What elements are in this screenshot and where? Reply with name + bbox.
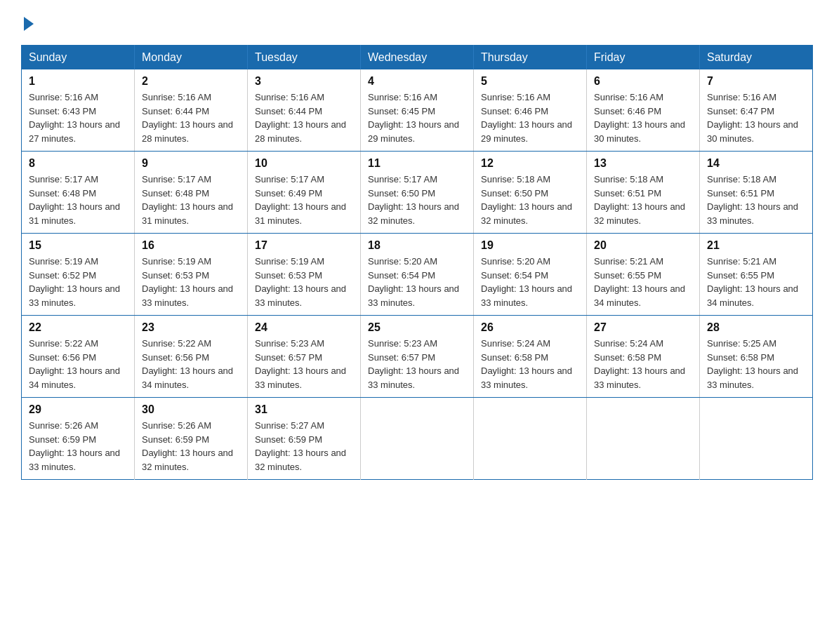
day-info: Sunrise: 5:16 AMSunset: 6:46 PMDaylight:… <box>594 92 685 144</box>
day-number: 18 <box>368 239 466 252</box>
day-info: Sunrise: 5:21 AMSunset: 6:55 PMDaylight:… <box>594 256 685 308</box>
day-info: Sunrise: 5:17 AMSunset: 6:50 PMDaylight:… <box>368 174 459 226</box>
weekday-header-friday: Friday <box>587 46 700 70</box>
day-info: Sunrise: 5:18 AMSunset: 6:51 PMDaylight:… <box>594 174 685 226</box>
day-number: 25 <box>368 321 466 334</box>
calendar-cell: 27 Sunrise: 5:24 AMSunset: 6:58 PMDaylig… <box>587 316 700 398</box>
calendar-cell: 23 Sunrise: 5:22 AMSunset: 6:56 PMDaylig… <box>135 316 248 398</box>
day-info: Sunrise: 5:26 AMSunset: 6:59 PMDaylight:… <box>142 420 233 472</box>
weekday-header-wednesday: Wednesday <box>361 46 474 70</box>
day-info: Sunrise: 5:16 AMSunset: 6:46 PMDaylight:… <box>481 92 572 144</box>
page-header <box>21 14 813 31</box>
weekday-header-tuesday: Tuesday <box>248 46 361 70</box>
calendar-cell: 3 Sunrise: 5:16 AMSunset: 6:44 PMDayligh… <box>248 69 361 152</box>
day-number: 1 <box>29 75 127 88</box>
day-number: 29 <box>29 403 127 416</box>
day-info: Sunrise: 5:22 AMSunset: 6:56 PMDaylight:… <box>29 338 120 390</box>
calendar-cell: 18 Sunrise: 5:20 AMSunset: 6:54 PMDaylig… <box>361 234 474 316</box>
day-info: Sunrise: 5:23 AMSunset: 6:57 PMDaylight:… <box>255 338 346 390</box>
calendar-cell: 15 Sunrise: 5:19 AMSunset: 6:52 PMDaylig… <box>22 234 135 316</box>
day-number: 23 <box>142 321 240 334</box>
day-number: 9 <box>142 157 240 170</box>
day-number: 6 <box>594 75 692 88</box>
calendar-cell: 4 Sunrise: 5:16 AMSunset: 6:45 PMDayligh… <box>361 69 474 152</box>
day-number: 14 <box>707 157 805 170</box>
day-number: 5 <box>481 75 579 88</box>
calendar-cell: 16 Sunrise: 5:19 AMSunset: 6:53 PMDaylig… <box>135 234 248 316</box>
calendar-week-row: 1 Sunrise: 5:16 AMSunset: 6:43 PMDayligh… <box>22 69 813 152</box>
day-info: Sunrise: 5:17 AMSunset: 6:48 PMDaylight:… <box>142 174 233 226</box>
day-info: Sunrise: 5:26 AMSunset: 6:59 PMDaylight:… <box>29 420 120 472</box>
logo-arrow-icon <box>24 17 34 31</box>
calendar-cell: 12 Sunrise: 5:18 AMSunset: 6:50 PMDaylig… <box>474 152 587 234</box>
calendar-cell: 20 Sunrise: 5:21 AMSunset: 6:55 PMDaylig… <box>587 234 700 316</box>
day-number: 11 <box>368 157 466 170</box>
day-info: Sunrise: 5:23 AMSunset: 6:57 PMDaylight:… <box>368 338 459 390</box>
day-info: Sunrise: 5:22 AMSunset: 6:56 PMDaylight:… <box>142 338 233 390</box>
calendar-cell <box>700 398 813 480</box>
day-number: 8 <box>29 157 127 170</box>
day-info: Sunrise: 5:20 AMSunset: 6:54 PMDaylight:… <box>368 256 459 308</box>
calendar-cell: 22 Sunrise: 5:22 AMSunset: 6:56 PMDaylig… <box>22 316 135 398</box>
calendar-cell <box>361 398 474 480</box>
weekday-header-row: SundayMondayTuesdayWednesdayThursdayFrid… <box>22 46 813 70</box>
day-number: 10 <box>255 157 353 170</box>
day-number: 31 <box>255 403 353 416</box>
day-info: Sunrise: 5:18 AMSunset: 6:50 PMDaylight:… <box>481 174 572 226</box>
calendar-cell <box>587 398 700 480</box>
day-info: Sunrise: 5:16 AMSunset: 6:44 PMDaylight:… <box>255 92 346 144</box>
calendar-cell: 25 Sunrise: 5:23 AMSunset: 6:57 PMDaylig… <box>361 316 474 398</box>
calendar-cell: 2 Sunrise: 5:16 AMSunset: 6:44 PMDayligh… <box>135 69 248 152</box>
calendar-table: SundayMondayTuesdayWednesdayThursdayFrid… <box>21 45 813 480</box>
calendar-cell: 8 Sunrise: 5:17 AMSunset: 6:48 PMDayligh… <box>22 152 135 234</box>
day-number: 12 <box>481 157 579 170</box>
day-info: Sunrise: 5:17 AMSunset: 6:49 PMDaylight:… <box>255 174 346 226</box>
calendar-cell: 24 Sunrise: 5:23 AMSunset: 6:57 PMDaylig… <box>248 316 361 398</box>
calendar-cell: 10 Sunrise: 5:17 AMSunset: 6:49 PMDaylig… <box>248 152 361 234</box>
weekday-header-saturday: Saturday <box>700 46 813 70</box>
day-info: Sunrise: 5:16 AMSunset: 6:47 PMDaylight:… <box>707 92 798 144</box>
logo <box>21 14 34 31</box>
calendar-cell: 6 Sunrise: 5:16 AMSunset: 6:46 PMDayligh… <box>587 69 700 152</box>
calendar-cell: 19 Sunrise: 5:20 AMSunset: 6:54 PMDaylig… <box>474 234 587 316</box>
calendar-cell: 11 Sunrise: 5:17 AMSunset: 6:50 PMDaylig… <box>361 152 474 234</box>
calendar-cell: 28 Sunrise: 5:25 AMSunset: 6:58 PMDaylig… <box>700 316 813 398</box>
day-info: Sunrise: 5:18 AMSunset: 6:51 PMDaylight:… <box>707 174 798 226</box>
day-number: 15 <box>29 239 127 252</box>
day-number: 13 <box>594 157 692 170</box>
calendar-cell: 9 Sunrise: 5:17 AMSunset: 6:48 PMDayligh… <box>135 152 248 234</box>
calendar-cell <box>474 398 587 480</box>
day-number: 4 <box>368 75 466 88</box>
calendar-cell: 17 Sunrise: 5:19 AMSunset: 6:53 PMDaylig… <box>248 234 361 316</box>
day-number: 22 <box>29 321 127 334</box>
day-info: Sunrise: 5:27 AMSunset: 6:59 PMDaylight:… <box>255 420 346 472</box>
calendar-cell: 31 Sunrise: 5:27 AMSunset: 6:59 PMDaylig… <box>248 398 361 480</box>
calendar-cell: 29 Sunrise: 5:26 AMSunset: 6:59 PMDaylig… <box>22 398 135 480</box>
day-number: 7 <box>707 75 805 88</box>
calendar-cell: 26 Sunrise: 5:24 AMSunset: 6:58 PMDaylig… <box>474 316 587 398</box>
day-number: 19 <box>481 239 579 252</box>
calendar-week-row: 15 Sunrise: 5:19 AMSunset: 6:52 PMDaylig… <box>22 234 813 316</box>
day-info: Sunrise: 5:20 AMSunset: 6:54 PMDaylight:… <box>481 256 572 308</box>
calendar-cell: 14 Sunrise: 5:18 AMSunset: 6:51 PMDaylig… <box>700 152 813 234</box>
day-number: 28 <box>707 321 805 334</box>
day-info: Sunrise: 5:17 AMSunset: 6:48 PMDaylight:… <box>29 174 120 226</box>
day-number: 20 <box>594 239 692 252</box>
calendar-week-row: 8 Sunrise: 5:17 AMSunset: 6:48 PMDayligh… <box>22 152 813 234</box>
calendar-cell: 1 Sunrise: 5:16 AMSunset: 6:43 PMDayligh… <box>22 69 135 152</box>
calendar-cell: 7 Sunrise: 5:16 AMSunset: 6:47 PMDayligh… <box>700 69 813 152</box>
day-number: 24 <box>255 321 353 334</box>
day-number: 21 <box>707 239 805 252</box>
day-info: Sunrise: 5:16 AMSunset: 6:43 PMDaylight:… <box>29 92 120 144</box>
calendar-cell: 5 Sunrise: 5:16 AMSunset: 6:46 PMDayligh… <box>474 69 587 152</box>
calendar-week-row: 22 Sunrise: 5:22 AMSunset: 6:56 PMDaylig… <box>22 316 813 398</box>
day-number: 3 <box>255 75 353 88</box>
day-number: 26 <box>481 321 579 334</box>
weekday-header-sunday: Sunday <box>22 46 135 70</box>
day-info: Sunrise: 5:19 AMSunset: 6:53 PMDaylight:… <box>142 256 233 308</box>
day-number: 17 <box>255 239 353 252</box>
calendar-cell: 13 Sunrise: 5:18 AMSunset: 6:51 PMDaylig… <box>587 152 700 234</box>
calendar-cell: 30 Sunrise: 5:26 AMSunset: 6:59 PMDaylig… <box>135 398 248 480</box>
calendar-cell: 21 Sunrise: 5:21 AMSunset: 6:55 PMDaylig… <box>700 234 813 316</box>
day-info: Sunrise: 5:25 AMSunset: 6:58 PMDaylight:… <box>707 338 798 390</box>
